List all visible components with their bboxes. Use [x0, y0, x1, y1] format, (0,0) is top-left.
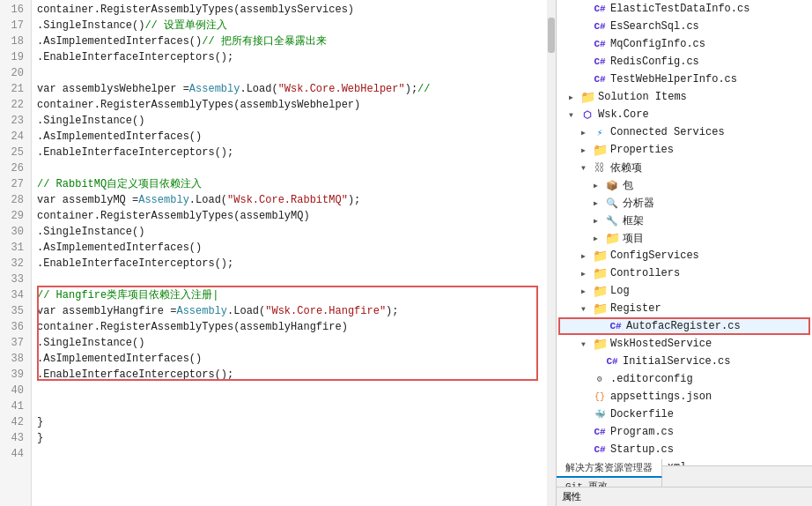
se-item-program[interactable]: C#Program.cs [557, 423, 812, 441]
se-item-label: Register [610, 302, 661, 315]
code-scrollbar[interactable] [547, 0, 556, 506]
line-number: 37 [7, 335, 24, 351]
code-content[interactable]: container.RegisterAssemblyTypes(assembly… [32, 0, 547, 506]
tree-arrow-icon[interactable]: ▶ [594, 234, 604, 242]
line-number: 41 [7, 398, 24, 414]
code-line [37, 160, 547, 176]
se-item-wsk-core[interactable]: ▼⬡Wsk.Core [557, 106, 812, 123]
line-number: 18 [7, 33, 24, 49]
line-number: 38 [7, 351, 24, 367]
se-item-label: 分析器 [623, 196, 654, 211]
se-item-label: Log [610, 285, 630, 297]
ref-icon: ⛓ [592, 161, 608, 175]
cs-icon: C# [592, 444, 608, 455]
nuget-icon: 📦 [604, 180, 620, 191]
se-item-redisconfig[interactable]: C#RedisConfig.cs [557, 53, 812, 71]
tree-arrow-icon[interactable]: ▶ [594, 217, 604, 225]
line-number: 17 [7, 18, 24, 33]
code-line: .AsImplementedInterfaces() // 把所有接口全暴露出来 [37, 33, 547, 49]
code-token: Assembly [138, 192, 189, 208]
line-number: 25 [7, 145, 24, 160]
se-item-properties[interactable]: ▶📁Properties [557, 141, 812, 159]
se-item-configservices[interactable]: ▶📁ConfigServices [557, 247, 812, 264]
se-item-label: MqConfigInfo.cs [610, 38, 705, 50]
code-line: .EnableInterfaceInterceptors(); [37, 256, 547, 272]
se-item-register[interactable]: ▼📁Register [557, 300, 812, 317]
se-item-autofac[interactable]: C#AutofacRegister.cs [558, 317, 810, 335]
tree-arrow-icon[interactable]: ▶ [581, 270, 592, 278]
tree-arrow-icon[interactable]: ▶ [581, 146, 592, 154]
code-line: container.RegisterAssemblyTypes(assembly… [37, 2, 547, 18]
code-token: container.RegisterAssemblyTypes(assembly… [37, 2, 354, 18]
code-line: } [37, 414, 547, 430]
tree-arrow-icon[interactable]: ▶ [581, 287, 592, 295]
code-token: .Load( [189, 192, 227, 208]
line-number: 35 [7, 303, 24, 319]
code-token: var assemblysWebhelper = [37, 81, 189, 97]
line-number: 16 [7, 2, 24, 18]
tab-解决方案资源管理器[interactable]: 解决方案资源管理器 [557, 459, 662, 478]
se-item-initialservice[interactable]: C#InitialService.cs [557, 353, 812, 370]
se-item-mqconfig[interactable]: C#MqConfigInfo.cs [557, 35, 812, 53]
se-item-elastic[interactable]: C#ElasticTestDataInfo.cs [557, 0, 812, 18]
code-token: // 设置单例注入 [144, 18, 227, 33]
se-item-label: InitialService.cs [623, 355, 730, 368]
line-number: 21 [7, 81, 24, 97]
line-number: 32 [7, 256, 24, 272]
folder-icon: 📁 [592, 284, 608, 299]
code-token: .Load( [240, 81, 277, 97]
tree-arrow-icon[interactable]: ▶ [594, 182, 604, 190]
code-token: .EnableInterfaceInterceptors(); [37, 256, 233, 272]
se-item-startup[interactable]: C#Startup.cs [557, 441, 812, 458]
se-item-nuget[interactable]: ▶📦包 [557, 176, 812, 194]
code-token: Assembly [189, 81, 240, 97]
solution-explorer-bottom-tabs: 解决方案资源管理器Git 更改 [557, 465, 812, 487]
tree-arrow-icon[interactable]: ▶ [581, 252, 592, 260]
se-item-label: EsSearchSql.cs [610, 20, 699, 33]
se-item-essearch[interactable]: C#EsSearchSql.cs [557, 18, 812, 35]
line-number: 43 [7, 430, 24, 446]
se-item-framework[interactable]: ▶🔧框架 [557, 212, 812, 229]
tree-arrow-icon[interactable]: ▼ [581, 305, 592, 313]
code-token: // RabbitMQ自定义项目依赖注入 [37, 176, 202, 192]
line-number: 42 [7, 414, 24, 430]
code-token: ); [348, 192, 360, 208]
se-item-solution-items[interactable]: ▶📁Solution Items [557, 88, 812, 106]
tree-arrow-icon[interactable]: ▶ [594, 199, 604, 207]
code-token: container.RegisterAssemblyTypes(assembly… [37, 208, 310, 224]
tree-arrow-icon[interactable]: ▶ [581, 129, 592, 137]
line-number: 31 [7, 240, 24, 256]
se-item-label: Wsk.Core [598, 108, 649, 121]
tree-arrow-icon[interactable]: ▼ [569, 111, 579, 119]
cs-icon: C# [608, 321, 624, 331]
code-token: } [37, 414, 43, 430]
se-item-dockerfile[interactable]: 🐳Dockerfile [557, 406, 812, 423]
se-item-label: WskHostedService [610, 338, 712, 350]
se-item-appsettings[interactable]: {}appsettings.json [557, 388, 812, 406]
se-item-deps[interactable]: ▼⛓依赖项 [557, 159, 812, 176]
code-line: .SingleInstance() [37, 335, 547, 351]
tree-arrow-icon[interactable]: ▼ [581, 164, 592, 172]
se-item-analyzer[interactable]: ▶🔍分析器 [557, 194, 812, 212]
se-item-label: AutofacRegister.cs [626, 320, 741, 332]
code-scroll-thumb[interactable] [548, 18, 555, 53]
se-item-project[interactable]: ▶📁项目 [557, 229, 812, 247]
se-item-label: 框架 [623, 213, 644, 228]
service-icon: ⚡ [592, 127, 608, 138]
tree-arrow-icon[interactable]: ▶ [569, 93, 579, 101]
code-line: .AsImplementedInterfaces() [37, 129, 547, 145]
cs-icon: C# [592, 39, 608, 49]
se-item-wskhostedservice[interactable]: ▼📁WskHostedService [557, 335, 812, 353]
code-token: .SingleInstance() [37, 113, 144, 129]
solution-explorer-tree[interactable]: C#ElasticTestDataInfo.cs C#EsSearchSql.c… [557, 0, 812, 465]
line-number: 22 [7, 97, 24, 113]
se-item-editorconfig[interactable]: ⚙.editorconfig [557, 370, 812, 388]
code-token: .SingleInstance() [37, 18, 144, 33]
code-line: var assemblysWebhelper = Assembly.Load("… [37, 81, 547, 97]
se-item-connected-services[interactable]: ▶⚡Connected Services [557, 123, 812, 141]
se-item-controllers[interactable]: ▶📁Controllers [557, 264, 812, 282]
tree-arrow-icon[interactable]: ▼ [581, 340, 592, 348]
se-item-testwebhelper[interactable]: C#TestWebHelperInfo.cs [557, 71, 812, 88]
se-item-log[interactable]: ▶📁Log [557, 282, 812, 300]
code-token: // 把所有接口全暴露出来 [202, 33, 327, 49]
